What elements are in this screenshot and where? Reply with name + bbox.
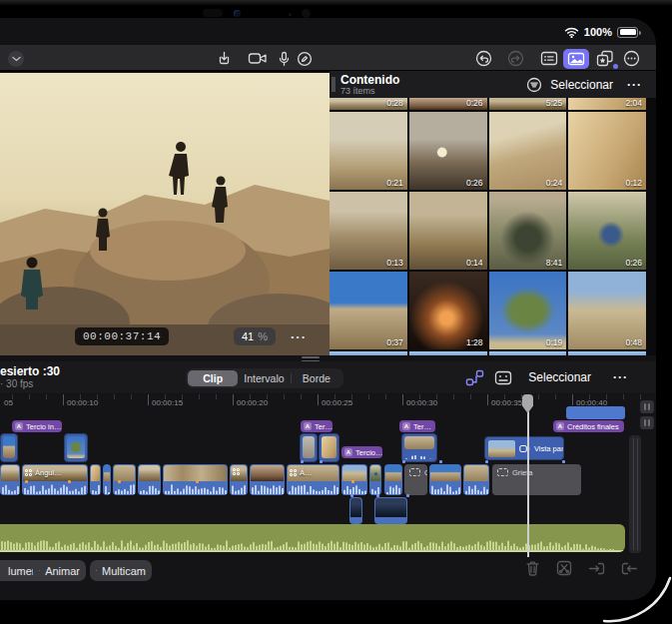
timeline-select-button[interactable]: Seleccionar <box>522 369 597 385</box>
video-clip[interactable] <box>113 464 136 495</box>
collapsed-lane-widget[interactable] <box>640 416 654 429</box>
content-thumbnail[interactable]: 0:26 <box>409 112 487 190</box>
connect-clips-icon[interactable] <box>465 369 484 386</box>
title-clip[interactable]: ACréditos finales <box>553 420 624 432</box>
content-thumbnail[interactable]: 8:41 <box>489 192 567 270</box>
video-clip[interactable] <box>384 464 402 495</box>
record-video-button[interactable] <box>246 45 270 72</box>
connected-clip[interactable] <box>401 433 437 462</box>
audio-clip[interactable] <box>0 524 625 552</box>
connected-clip-lower[interactable] <box>374 497 407 524</box>
animate-button[interactable]: Animar <box>33 560 86 581</box>
video-clip[interactable] <box>0 464 20 495</box>
tab-borde[interactable]: Borde <box>292 370 341 386</box>
duplicate-star-icon <box>596 50 614 67</box>
content-thumbnail[interactable]: 0:37 <box>330 272 407 349</box>
content-thumbnail[interactable] <box>568 351 646 355</box>
multicam-button[interactable]: Multicam <box>90 560 152 581</box>
filter-circle-icon[interactable] <box>526 77 542 93</box>
content-thumbnail[interactable] <box>489 351 567 355</box>
blade-button[interactable] <box>556 560 572 579</box>
content-thumbnail[interactable]: 0:24 <box>489 112 567 190</box>
video-clip[interactable] <box>230 464 248 495</box>
panel-drag-handle[interactable] <box>332 77 336 92</box>
content-thumbnail[interactable]: 0:48 <box>568 272 646 349</box>
viewer[interactable]: 00:00:37:14 41% ··· <box>0 73 330 355</box>
content-thumbnail[interactable]: 2:04 <box>568 98 646 110</box>
content-thumbnail[interactable]: 0:28 <box>330 98 407 110</box>
zoom-value: 41 <box>242 330 254 342</box>
bar <box>644 403 646 410</box>
video-clip[interactable] <box>463 464 489 495</box>
timeline-scrollbar[interactable] <box>629 435 641 553</box>
title-clip[interactable]: ATercio in… <box>12 420 62 432</box>
tab-intervalo[interactable]: Intervalo <box>238 370 290 386</box>
content-thumbnail[interactable]: 0:12 <box>568 112 646 190</box>
connected-clip[interactable] <box>0 433 18 462</box>
undo-button[interactable] <box>473 45 493 72</box>
video-clip[interactable] <box>90 464 101 495</box>
content-thumbnail[interactable] <box>330 351 407 355</box>
title-clip[interactable]: ATercio… <box>341 446 382 458</box>
video-clip[interactable] <box>369 464 381 495</box>
content-thumbnail[interactable] <box>409 351 487 355</box>
content-thumbnail[interactable]: 0:26 <box>409 98 487 110</box>
title-badge-icon: A <box>556 422 564 430</box>
content-thumbnail[interactable]: 5:25 <box>489 98 567 110</box>
content-thumbnail[interactable]: 1:28 <box>409 272 487 349</box>
clip-waveform <box>288 481 338 494</box>
connected-clip-vista[interactable]: Vista pan… <box>484 436 564 460</box>
delete-clip-button[interactable] <box>525 560 540 579</box>
annotate-button[interactable] <box>296 45 314 72</box>
content-thumbnail[interactable]: 0:19 <box>489 272 567 349</box>
gap-clip[interactable]: Grieta <box>492 464 581 495</box>
video-clip[interactable]: Á… <box>287 464 339 495</box>
connected-clip[interactable] <box>300 433 318 462</box>
overwrite-clip-button[interactable] <box>621 561 638 579</box>
clip-waveform <box>430 481 460 494</box>
select-button[interactable]: Seleccionar <box>550 78 613 92</box>
collapsed-lane-widget[interactable] <box>640 400 654 413</box>
project-index-button[interactable] <box>539 45 559 72</box>
clip-thumbnail <box>67 436 85 458</box>
gap-clip[interactable]: G… <box>404 464 427 495</box>
title-clip[interactable]: ATer… <box>301 420 333 432</box>
more-button[interactable] <box>621 45 641 72</box>
media-browser-button[interactable] <box>562 45 590 72</box>
stacks-button[interactable] <box>593 45 617 72</box>
content-thumbnail[interactable]: 0:21 <box>330 112 407 190</box>
viewer-more-button[interactable]: ··· <box>291 329 307 344</box>
playhead-line[interactable] <box>527 397 529 557</box>
redo-button[interactable] <box>505 45 525 72</box>
timeline-overview-icon[interactable] <box>494 370 512 385</box>
connected-clip-lower[interactable] <box>349 497 362 524</box>
panel-more-button[interactable]: ··· <box>621 77 648 93</box>
import-button[interactable] <box>214 45 234 72</box>
collapse-toolbar-button[interactable] <box>6 45 26 72</box>
connected-clip[interactable] <box>319 433 339 462</box>
tab-clip[interactable]: Clip <box>188 370 238 386</box>
connected-clip[interactable] <box>64 433 88 462</box>
video-clip[interactable] <box>429 464 461 495</box>
insert-clip-button[interactable] <box>588 561 605 579</box>
video-clip[interactable]: Ángul… <box>22 464 88 495</box>
content-thumbnail[interactable]: 0:26 <box>568 192 646 270</box>
content-thumbnail[interactable]: 0:14 <box>409 192 487 270</box>
timeline-more-button[interactable]: ··· <box>607 369 634 385</box>
title-clip[interactable]: ATer… <box>399 420 435 432</box>
zoom-level-button[interactable]: 41% <box>234 327 276 345</box>
connected-audio-clip[interactable] <box>566 406 625 419</box>
video-clip[interactable] <box>341 464 367 495</box>
timeline[interactable]: 0500:00:1000:00:1500:00:2000:00:2500:00:… <box>0 394 656 557</box>
timeline-ruler[interactable]: 0500:00:1000:00:1500:00:2000:00:2500:00:… <box>0 394 656 412</box>
connection-dot <box>320 460 323 463</box>
media-grid-row <box>330 351 646 355</box>
content-thumbnail[interactable]: 0:13 <box>330 192 407 270</box>
ruler-tick <box>402 394 403 405</box>
video-clip[interactable] <box>250 464 285 495</box>
clip-waveform <box>370 481 380 494</box>
video-clip[interactable] <box>103 464 111 495</box>
video-clip[interactable] <box>138 464 161 495</box>
timecode-display[interactable]: 00:00:37:14 <box>75 327 169 345</box>
record-audio-button[interactable] <box>276 45 292 72</box>
